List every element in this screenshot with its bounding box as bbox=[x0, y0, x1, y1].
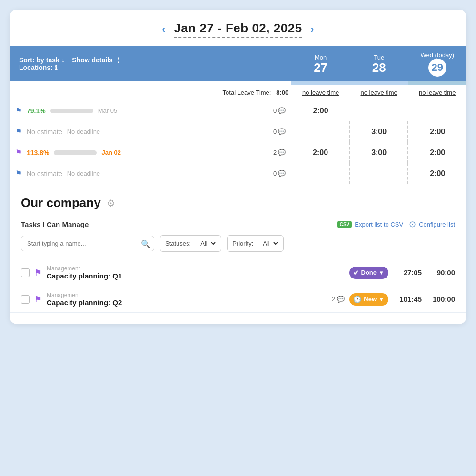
task-details: Management Capacity planning: Q1 bbox=[47, 265, 345, 280]
comment-icon[interactable]: 💬 bbox=[278, 149, 286, 156]
csv-badge: CSV bbox=[337, 221, 352, 228]
section-header: Our company ⚙ bbox=[10, 184, 466, 215]
comment-icon[interactable]: 💬 bbox=[278, 170, 286, 177]
leave-time-wed[interactable]: no leave time bbox=[408, 85, 466, 100]
task-deadline: No deadline bbox=[67, 170, 100, 177]
day-header-mon: Mon 27 bbox=[291, 46, 350, 81]
clock-icon: 🕐 bbox=[353, 296, 361, 303]
schedule-time-day2: 2:00 bbox=[408, 121, 466, 142]
task-flag-icon: ⚑ bbox=[34, 268, 42, 278]
comment-count: 0 bbox=[273, 170, 277, 177]
color-bar-left bbox=[10, 81, 291, 85]
flag-icon: ⚑ bbox=[15, 106, 22, 115]
task-list: ⚑ Management Capacity planning: Q1 ✔ Don… bbox=[10, 259, 466, 313]
toolbar-right: CSV Export list to CSV ⊙ Configure list bbox=[337, 219, 455, 229]
schedule-header-left: Sort: by task ↓ Show details ⋮ Locations… bbox=[10, 46, 291, 81]
priority-filter: Priority: All bbox=[227, 235, 284, 252]
next-date-button[interactable]: › bbox=[311, 23, 314, 36]
task-checkbox[interactable] bbox=[21, 295, 30, 304]
task-flag: ⚑ bbox=[34, 268, 42, 278]
task-info: ⚑ No estimate No deadline 0 💬 bbox=[15, 127, 286, 136]
schedule-time-day1 bbox=[350, 163, 408, 184]
search-input[interactable] bbox=[21, 236, 154, 251]
schedule-table: Sort: by task ↓ Show details ⋮ Locations… bbox=[10, 46, 466, 184]
leave-time-label: Total Leave Time: bbox=[223, 89, 271, 96]
comment-count: 0 bbox=[273, 107, 277, 114]
sort-label[interactable]: Sort: by task bbox=[19, 56, 60, 64]
day-num-mon: 27 bbox=[297, 61, 344, 75]
tasks-label: Tasks I Can Manage bbox=[21, 220, 89, 228]
task-flag-icon: ⚑ bbox=[34, 295, 42, 304]
task-comments: 2 💬 bbox=[332, 296, 345, 303]
schedule-time-day2: 2:00 bbox=[408, 163, 466, 184]
show-details-button[interactable]: Show details bbox=[72, 56, 113, 64]
schedule-task-row: ⚑ No estimate No deadline 0 💬 3:002:00 bbox=[10, 121, 466, 142]
task-deadline: Mar 05 bbox=[98, 107, 117, 114]
schedule-task-row: ⚑ 79.1% Mar 05 0 💬 2:00 bbox=[10, 100, 466, 121]
tasks-toolbar: Tasks I Can Manage CSV Export list to CS… bbox=[10, 215, 466, 235]
configure-label: Configure list bbox=[419, 221, 455, 228]
comment-icon[interactable]: 💬 bbox=[337, 296, 345, 303]
schedule-task-row: ⚑ No estimate No deadline 0 💬 2:00 bbox=[10, 163, 466, 184]
task-details: Management Capacity planning: Q2 bbox=[47, 292, 327, 307]
comment-icon[interactable]: 💬 bbox=[278, 128, 286, 135]
day-header-wed: Wed (today) 29 bbox=[408, 46, 466, 81]
locations-label: Locations: bbox=[19, 64, 53, 71]
dots-menu-icon[interactable]: ⋮ bbox=[115, 56, 121, 64]
status-done-badge[interactable]: ✔ Done ▾ bbox=[349, 267, 389, 279]
schedule-time-day0: 2:00 bbox=[291, 100, 350, 121]
task-time-logged: 101:45 bbox=[393, 295, 422, 303]
flag-icon: ⚑ bbox=[15, 148, 22, 157]
task-percent: No estimate bbox=[27, 170, 62, 178]
info-icon[interactable]: ℹ bbox=[55, 64, 57, 71]
task-time-logged: 27:05 bbox=[393, 268, 422, 277]
schedule-time-day2: 2:00 bbox=[408, 142, 466, 163]
task-checkbox[interactable] bbox=[21, 268, 30, 277]
prev-date-button[interactable]: ‹ bbox=[162, 23, 165, 36]
leave-time-tue[interactable]: no leave time bbox=[350, 85, 408, 100]
color-bar-tue bbox=[350, 81, 408, 85]
section-title: Our company bbox=[21, 196, 101, 210]
schedule-time-day0 bbox=[291, 121, 350, 142]
task-percent: 79.1% bbox=[27, 107, 46, 115]
task-deadline: Jan 02 bbox=[101, 149, 120, 156]
priority-label: Priority: bbox=[228, 240, 253, 247]
configure-list-button[interactable]: ⊙ Configure list bbox=[409, 219, 455, 229]
today-circle: 29 bbox=[428, 59, 446, 77]
status-label: New bbox=[364, 296, 377, 303]
day-name-wed: Wed (today) bbox=[420, 51, 454, 59]
schedule-time-day1 bbox=[350, 100, 408, 121]
statuses-label: Statuses: bbox=[160, 240, 191, 247]
schedule-time-day1: 3:00 bbox=[350, 142, 408, 163]
schedule-time-day0 bbox=[291, 163, 350, 184]
export-csv-button[interactable]: CSV Export list to CSV bbox=[337, 221, 403, 228]
comment-count: 2 bbox=[273, 149, 277, 156]
task-list-item: ⚑ Management Capacity planning: Q2 2 💬 🕐… bbox=[10, 286, 466, 313]
color-bar-wed bbox=[408, 81, 466, 85]
status-label: Done bbox=[361, 269, 377, 276]
check-icon: ✔ bbox=[353, 269, 359, 277]
statuses-select[interactable]: All bbox=[194, 236, 217, 251]
comment-icon[interactable]: 💬 bbox=[278, 107, 286, 114]
leave-time-mon[interactable]: no leave time bbox=[291, 85, 350, 100]
progress-bar bbox=[54, 150, 97, 155]
task-name: Capacity planning: Q1 bbox=[47, 272, 345, 280]
task-percent: 113.8% bbox=[27, 149, 49, 157]
priority-select[interactable]: All bbox=[256, 236, 279, 251]
filters-row: 🔍 Statuses: All Priority: All bbox=[10, 235, 466, 259]
task-info: ⚑ No estimate No deadline 0 💬 bbox=[15, 169, 286, 178]
caret-icon: ▾ bbox=[380, 296, 383, 303]
task-name: Capacity planning: Q2 bbox=[47, 298, 327, 307]
gear-icon[interactable]: ⚙ bbox=[107, 198, 115, 209]
task-category: Management bbox=[47, 292, 327, 298]
main-card: ‹ Jan 27 - Feb 02, 2025 › Sort: by task … bbox=[10, 10, 466, 324]
schedule-time-day0: 2:00 bbox=[291, 142, 350, 163]
status-new-badge[interactable]: 🕐 New ▾ bbox=[349, 293, 388, 306]
search-button[interactable]: 🔍 bbox=[141, 239, 150, 248]
date-range-title: Jan 27 - Feb 02, 2025 bbox=[174, 21, 302, 38]
schedule-time-day2 bbox=[408, 100, 466, 121]
task-category: Management bbox=[47, 265, 345, 272]
leave-time-row: Total Leave Time: 8:00 no leave time no … bbox=[10, 85, 466, 100]
schedule-time-day1: 3:00 bbox=[350, 121, 408, 142]
task-deadline: No deadline bbox=[67, 128, 100, 135]
